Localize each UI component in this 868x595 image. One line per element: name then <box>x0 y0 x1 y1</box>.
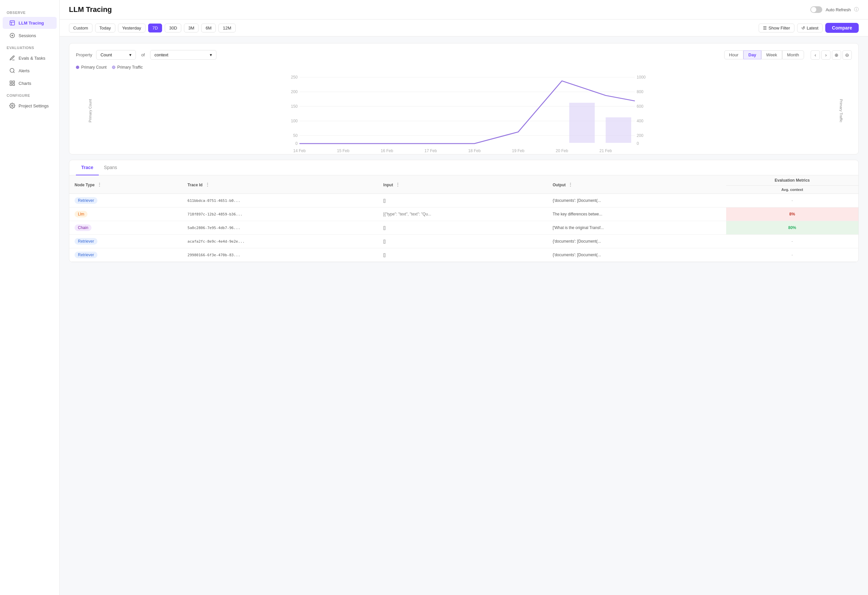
chart-zoom-out-button[interactable]: ⊖ <box>843 50 852 60</box>
chart-nav: ‹ › ⊕ ⊖ <box>810 50 852 60</box>
tab-trace[interactable]: Trace <box>76 160 99 175</box>
chart-legend: Primary Count Primary Traffic <box>76 65 852 69</box>
col-header-input: Input ⋮ <box>378 175 548 194</box>
col-menu-trace-id[interactable]: ⋮ <box>204 182 211 187</box>
sidebar-item-evals-tasks[interactable]: Evals & Tasks <box>3 52 57 64</box>
svg-rect-4 <box>13 81 15 83</box>
evals-icon <box>9 55 15 61</box>
sidebar-item-alerts[interactable]: Alerts <box>3 65 57 77</box>
info-icon[interactable]: ⓘ <box>854 7 859 13</box>
sidebar-item-label-evals: Evals & Tasks <box>19 56 46 61</box>
auto-refresh-label: Auto Refresh <box>825 7 851 12</box>
chart-svg: 250 200 150 100 50 0 1000 800 600 400 20… <box>93 74 842 146</box>
sidebar-item-charts[interactable]: Charts <box>3 77 57 89</box>
svg-text:20 Feb: 20 Feb <box>556 149 568 153</box>
col-menu-input[interactable]: ⋮ <box>394 182 402 187</box>
property-label: Property <box>76 52 92 58</box>
svg-text:100: 100 <box>291 119 298 123</box>
output-cell: {'documents': [Document(... <box>547 235 726 248</box>
sidebar-section-evaluations: EVALUATIONS <box>0 42 59 52</box>
col-menu-node-type[interactable]: ⋮ <box>96 182 103 187</box>
svg-rect-5 <box>10 84 12 86</box>
time-btn-12m[interactable]: 12M <box>218 24 235 32</box>
table-row[interactable]: Llm 718f897c-12b2-4859-b36... [{"type": … <box>69 208 858 221</box>
node-type-cell: Llm <box>69 208 182 221</box>
table-row[interactable]: Chain 5a0c2806-7e95-4db7-96... [] ['What… <box>69 221 858 235</box>
eval-cell: - <box>726 248 858 262</box>
node-type-badge: Retriever <box>75 252 97 258</box>
property-select[interactable]: Count ▾ <box>96 50 136 60</box>
svg-text:1000: 1000 <box>637 75 646 80</box>
header: LLM Tracing Auto Refresh ⓘ <box>60 0 868 19</box>
auto-refresh-toggle[interactable] <box>810 6 822 13</box>
gran-btn-hour[interactable]: Hour <box>724 50 743 59</box>
compare-button[interactable]: Compare <box>825 23 859 33</box>
legend-label-primary-count: Primary Count <box>81 65 107 69</box>
eval-chevron-icon: ▾ <box>210 52 212 58</box>
input-cell: [] <box>378 194 548 208</box>
chart-prev-button[interactable]: ‹ <box>810 50 820 60</box>
output-cell: ['What is the original Transf... <box>547 221 726 235</box>
sidebar-item-label-charts: Charts <box>19 81 31 86</box>
output-cell: The key differences betwe... <box>547 208 726 221</box>
content-area: Property Count ▾ of context ▾ Hour Day W… <box>60 37 868 595</box>
time-granularity-group: Hour Day Week Month <box>724 50 804 59</box>
charts-icon <box>9 80 15 86</box>
latest-button[interactable]: ↺ Latest <box>797 24 822 32</box>
node-type-cell: Retriever <box>69 194 182 208</box>
sidebar-section-configure: CONFIGURE <box>0 90 59 99</box>
time-btn-6m[interactable]: 6M <box>201 24 216 32</box>
eval-select[interactable]: context ▾ <box>150 50 216 60</box>
chart-zoom-in-button[interactable]: ⊕ <box>832 50 841 60</box>
svg-point-7 <box>12 105 13 107</box>
sidebar-item-sessions[interactable]: Sessions <box>3 30 57 41</box>
sidebar-item-project-settings[interactable]: Project Settings <box>3 100 57 112</box>
sessions-icon <box>9 32 15 38</box>
time-btn-7d[interactable]: 7D <box>148 24 162 32</box>
node-type-cell: Retriever <box>69 248 182 262</box>
chart-next-button[interactable]: › <box>821 50 831 60</box>
svg-text:50: 50 <box>293 133 298 138</box>
show-filter-button[interactable]: ☰ Show Filter <box>759 24 794 32</box>
svg-text:400: 400 <box>637 119 643 123</box>
eval-cell: 80% <box>726 221 858 235</box>
sidebar: OBSERVE LLM Tracing Sessions EVALUATIONS… <box>0 0 60 595</box>
table-row[interactable]: Retriever acafa2fc-8e9c-4e4d-9e2e... [] … <box>69 235 858 248</box>
svg-rect-25 <box>569 103 595 143</box>
gran-btn-week[interactable]: Week <box>761 50 782 59</box>
legend-primary-count: Primary Count <box>76 65 107 69</box>
sidebar-item-llm-tracing[interactable]: LLM Tracing <box>3 17 57 29</box>
col-header-output: Output ⋮ <box>547 175 726 194</box>
time-btn-3m[interactable]: 3M <box>184 24 199 32</box>
time-btn-yesterday[interactable]: Yesterday <box>118 24 146 32</box>
node-type-badge: Retriever <box>75 197 97 204</box>
svg-text:16 Feb: 16 Feb <box>381 149 393 153</box>
time-btn-today[interactable]: Today <box>95 24 115 32</box>
node-type-badge: Chain <box>75 224 92 231</box>
alerts-icon <box>9 68 15 74</box>
gran-btn-month[interactable]: Month <box>782 50 804 59</box>
table-row[interactable]: Retriever 29980166-6f3e-470b-83... [] {'… <box>69 248 858 262</box>
svg-text:800: 800 <box>637 90 643 94</box>
svg-text:15 Feb: 15 Feb <box>337 149 350 153</box>
sidebar-item-label-alerts: Alerts <box>19 68 30 73</box>
legend-label-primary-traffic: Primary Traffic <box>117 65 143 69</box>
time-btn-custom[interactable]: Custom <box>69 24 93 32</box>
tabs-header: Trace Spans <box>69 160 858 175</box>
tab-spans[interactable]: Spans <box>99 160 123 175</box>
llm-tracing-icon <box>9 20 15 26</box>
table-row[interactable]: Retriever 611bbdca-0751-4651-b0... [] {'… <box>69 194 858 208</box>
svg-text:200: 200 <box>637 133 643 138</box>
input-cell: [] <box>378 235 548 248</box>
time-btn-30d[interactable]: 30D <box>165 24 181 32</box>
gran-btn-day[interactable]: Day <box>743 50 761 59</box>
svg-text:21 Feb: 21 Feb <box>599 149 612 153</box>
eval-cell: - <box>726 194 858 208</box>
col-menu-output[interactable]: ⋮ <box>567 182 574 187</box>
y-axis-right-label: Primary Traffic <box>840 99 843 122</box>
svg-rect-26 <box>606 117 631 143</box>
legend-dot-traffic <box>112 66 115 69</box>
chart-wrapper: Primary Count Primary Traffic 250 200 15… <box>76 74 852 148</box>
show-filter-label: Show Filter <box>769 25 790 31</box>
svg-text:19 Feb: 19 Feb <box>512 149 525 153</box>
